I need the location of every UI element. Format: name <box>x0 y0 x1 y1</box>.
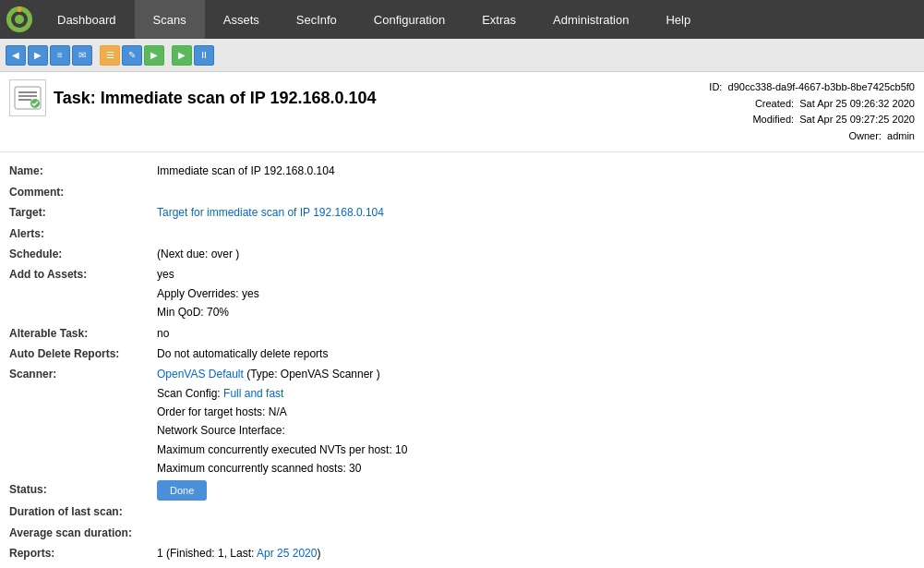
row-comment: Comment: <box>9 183 915 201</box>
toolbar-btn-1[interactable]: ◀ <box>6 45 26 66</box>
toolbar-btn-8[interactable]: ▶ <box>172 45 192 66</box>
auto-delete-value: Do not automatically delete reports <box>157 344 915 363</box>
toolbar-btn-2[interactable]: ▶ <box>28 45 48 66</box>
scanner-link[interactable]: OpenVAS Default <box>157 368 244 381</box>
app-logo <box>0 0 39 39</box>
name-value: Immediate scan of IP 192.168.0.104 <box>157 162 915 180</box>
meta-created-value: Sat Apr 25 09:26:32 2020 <box>799 98 915 109</box>
meta-owner: Owner: admin <box>709 128 915 145</box>
row-reports: Reports: 1 (Finished: 1, Last: Apr 25 20… <box>9 544 915 562</box>
row-target: Target: Target for immediate scan of IP … <box>9 203 915 222</box>
top-navigation: Dashboard Scans Assets SecInfo Configura… <box>0 0 924 39</box>
status-label: Status: <box>9 480 157 502</box>
reports-suffix: ) <box>317 547 320 560</box>
row-results: Results: 20 <box>9 564 915 568</box>
scan-config-line: Scan Config: Full and fast <box>157 384 915 403</box>
scan-config-link[interactable]: Full and fast <box>223 387 283 400</box>
min-qod-text: Min QoD: 70% <box>157 303 915 321</box>
scanner-type: (Type: OpenVAS Scanner ) <box>244 368 380 381</box>
target-value: Target for immediate scan of IP 192.168.… <box>157 203 915 222</box>
meta-created: Created: Sat Apr 25 09:26:32 2020 <box>709 96 915 113</box>
meta-owner-label: Owner: <box>848 130 881 141</box>
meta-created-label: Created: <box>755 98 794 109</box>
nav-help[interactable]: Help <box>647 0 709 39</box>
apply-overrides-text: Apply Overrides: yes <box>157 284 915 303</box>
meta-modified-value: Sat Apr 25 09:27:25 2020 <box>799 114 915 125</box>
toolbar-btn-6[interactable]: ✎ <box>122 45 142 66</box>
nav-extras[interactable]: Extras <box>463 0 534 39</box>
row-avg-duration: Average scan duration: <box>9 524 915 542</box>
meta-owner-value: admin <box>887 130 915 141</box>
row-name: Name: Immediate scan of IP 192.168.0.104 <box>9 162 915 180</box>
nav-dashboard[interactable]: Dashboard <box>39 0 135 39</box>
meta-modified: Modified: Sat Apr 25 09:27:25 2020 <box>709 112 915 128</box>
row-add-assets: Add to Assets: yes Apply Overrides: yes … <box>9 265 915 321</box>
toolbar-btn-9[interactable]: ⏸ <box>194 45 214 66</box>
logo-icon <box>5 5 34 34</box>
target-label: Target: <box>9 203 157 222</box>
nav-scans[interactable]: Scans <box>135 0 205 39</box>
detail-table: Name: Immediate scan of IP 192.168.0.104… <box>0 152 924 568</box>
page-meta: ID: d90cc338-da9f-4667-b3bb-8be7425cb5f0… <box>709 79 915 144</box>
nav-items-list: Dashboard Scans Assets SecInfo Configura… <box>39 0 924 39</box>
reports-label: Reports: <box>9 544 157 562</box>
row-duration: Duration of last scan: <box>9 502 915 521</box>
max-hosts: Maximum concurrently scanned hosts: 30 <box>157 459 915 477</box>
svg-rect-3 <box>18 6 21 12</box>
meta-id-label: ID: <box>709 81 722 92</box>
reports-value: 1 (Finished: 1, Last: Apr 25 2020) <box>157 544 915 562</box>
row-status: Status: Done <box>9 480 915 502</box>
schedule-value: (Next due: over ) <box>157 245 915 263</box>
toolbar: ◀ ▶ ≡ ✉ ☰ ✎ ▶ ▶ ⏸ <box>0 39 924 72</box>
alterable-label: Alterable Task: <box>9 324 157 343</box>
toolbar-btn-7[interactable]: ▶ <box>144 45 164 66</box>
reports-text: 1 (Finished: 1, Last: <box>157 547 257 560</box>
auto-delete-label: Auto Delete Reports: <box>9 344 157 363</box>
add-assets-label: Add to Assets: <box>9 265 157 321</box>
nav-administration[interactable]: Administration <box>534 0 647 39</box>
toolbar-btn-4[interactable]: ✉ <box>72 45 92 66</box>
row-scanner: Scanner: OpenVAS Default (Type: OpenVAS … <box>9 365 915 477</box>
toolbar-btn-5[interactable]: ☰ <box>100 45 120 66</box>
order-hosts: Order for target hosts: N/A <box>157 403 915 421</box>
max-nvts: Maximum concurrently executed NVTs per h… <box>157 441 915 459</box>
results-label: Results: <box>9 564 157 568</box>
nav-secinfo[interactable]: SecInfo <box>278 0 355 39</box>
comment-value <box>157 183 915 201</box>
nav-assets[interactable]: Assets <box>205 0 278 39</box>
scanner-line: OpenVAS Default (Type: OpenVAS Scanner ) <box>157 365 915 383</box>
row-alerts: Alerts: <box>9 224 915 243</box>
schedule-label: Schedule: <box>9 245 157 263</box>
scanner-value: OpenVAS Default (Type: OpenVAS Scanner )… <box>157 365 915 477</box>
meta-modified-label: Modified: <box>752 114 794 125</box>
row-schedule: Schedule: (Next due: over ) <box>9 245 915 263</box>
meta-id: ID: d90cc338-da9f-4667-b3bb-8be7425cb5f0 <box>709 79 915 96</box>
target-link[interactable]: Target for immediate scan of IP 192.168.… <box>157 206 384 219</box>
nav-configuration[interactable]: Configuration <box>355 0 463 39</box>
network-source: Network Source Interface: <box>157 421 915 440</box>
page-header: Task: Immediate scan of IP 192.168.0.104… <box>0 72 924 152</box>
add-assets-value: yes Apply Overrides: yes Min QoD: 70% <box>157 265 915 321</box>
avg-duration-value <box>157 524 915 542</box>
row-alterable: Alterable Task: no <box>9 324 915 343</box>
status-value: Done <box>157 480 915 502</box>
add-assets-text: yes <box>157 265 915 284</box>
scan-config-prefix: Scan Config: <box>157 387 223 400</box>
page-title: Task: Immediate scan of IP 192.168.0.104 <box>54 89 377 108</box>
task-icon <box>9 79 46 116</box>
page-title-area: Task: Immediate scan of IP 192.168.0.104 <box>9 79 377 116</box>
alerts-value <box>157 224 915 243</box>
scanner-label: Scanner: <box>9 365 157 477</box>
svg-point-2 <box>15 15 24 24</box>
alterable-value: no <box>157 324 915 343</box>
duration-value <box>157 502 915 521</box>
results-value: 20 <box>157 564 915 568</box>
row-auto-delete: Auto Delete Reports: Do not automaticall… <box>9 344 915 363</box>
toolbar-btn-3[interactable]: ≡ <box>50 45 70 66</box>
name-label: Name: <box>9 162 157 180</box>
reports-link[interactable]: Apr 25 2020 <box>257 547 317 560</box>
duration-label: Duration of last scan: <box>9 502 157 521</box>
avg-duration-label: Average scan duration: <box>9 524 157 542</box>
status-badge: Done <box>157 480 207 502</box>
meta-id-value: d90cc338-da9f-4667-b3bb-8be7425cb5f0 <box>728 81 915 92</box>
